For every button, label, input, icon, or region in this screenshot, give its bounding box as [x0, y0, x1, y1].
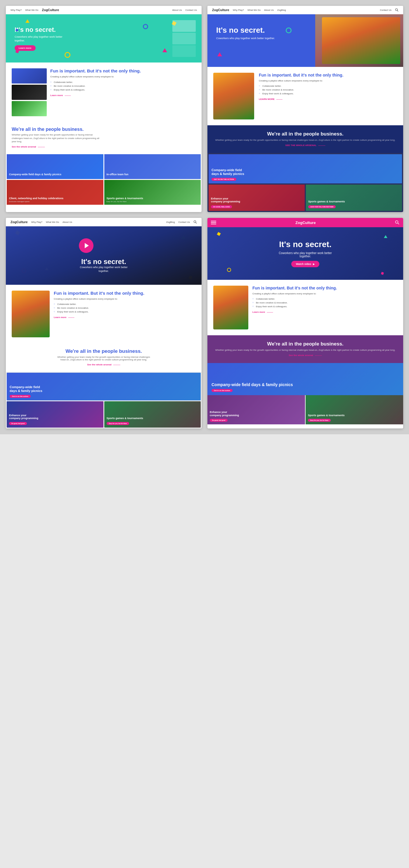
card-tag-sports-4: Easy for you, fun for them — [308, 419, 331, 422]
card-title-sports-4: Sports games & tournaments — [308, 414, 345, 417]
fun-img-4 — [213, 286, 248, 330]
cards-grid-1: Company-wide field days & family picnics… — [6, 153, 202, 206]
nav2-whyplay[interactable]: Why Play? — [233, 9, 244, 11]
watch-btn-4[interactable]: Watch video — [291, 261, 320, 267]
card-sub-sports-1: Easy for you, fun for them — [107, 200, 199, 203]
card-client-1[interactable]: Client, networking and holiday celebrati… — [7, 180, 104, 205]
see-arsenal-4[interactable]: See the whole arsenal — [289, 354, 322, 356]
card-field-days-1[interactable]: Company-wide field days & family picnics — [7, 154, 104, 179]
nav-item-whatwedo[interactable]: What We Do — [25, 9, 38, 11]
card-field-3[interactable]: Company-wide fielddays & family picnics … — [7, 373, 201, 400]
fun-content-1: Fun is important. But it's not the only … — [50, 68, 196, 116]
mockup-4: ZogCulture It's no secret. Coworkers who… — [207, 218, 403, 429]
people-body-1: Whether getting your team ready for the … — [12, 133, 99, 143]
nav2-contact[interactable]: Contact Us — [380, 9, 391, 11]
hero-3: It's no secret. Coworkers who play toget… — [6, 226, 202, 285]
hamburger-menu[interactable] — [211, 221, 216, 224]
nav3-whyplay[interactable]: Why Play? — [31, 221, 42, 223]
search-icon-3[interactable] — [194, 220, 197, 224]
people-body-3: Whether getting your team ready for the … — [57, 356, 150, 361]
fun-section-1: Fun is important. But it's not the only … — [6, 62, 202, 122]
hero-cta-1[interactable]: Learn more — [14, 45, 36, 51]
card-sports-3[interactable]: Sports games & tournaments Easy for you,… — [104, 401, 201, 428]
conf-2-2 — [217, 52, 222, 56]
card-enhance-4[interactable]: Enhance yourcompany programming Do good,… — [207, 395, 305, 424]
card-sports-2[interactable]: Sports games & tournaments EASY FOR YOU,… — [306, 185, 402, 211]
card-title-field-2: Company-wide fielddays & family picnics — [211, 168, 244, 176]
card-title-office: In-office team fun — [107, 173, 199, 176]
play-button-3[interactable] — [79, 238, 93, 253]
card-tag-field-3: Get in on the action — [10, 395, 31, 398]
card-sports-1[interactable]: Sports games & tournaments Easy for you,… — [104, 180, 201, 205]
card-tag-enhance-4: Do good, feel good — [210, 419, 228, 422]
hamburger-line-3 — [211, 224, 216, 224]
see-arsenal-2[interactable]: SEE THE WHOLE ARSENAL — [286, 144, 325, 147]
card-tag-field-4: Get in on the action — [211, 389, 233, 392]
cards-grid-2: Company-wide fielddays & family picnics … — [207, 153, 403, 212]
nav-bar-2: ZogCulture Why Play? What We Do About Us… — [207, 6, 403, 14]
hero-subtext-1: Coworkers who play together work better … — [14, 35, 73, 42]
card-field-4[interactable]: Company-wide field days & family picnics… — [207, 363, 403, 395]
nav3-about[interactable]: About Us — [62, 221, 72, 223]
fun-headline-3: Fun is important. But it's not the only … — [54, 290, 196, 296]
card-field-2[interactable]: Company-wide fielddays & family picnics … — [209, 154, 402, 183]
nav2-about[interactable]: About Us — [264, 9, 274, 11]
card-title-sports-1: Sports games & tournaments — [107, 197, 199, 200]
svg-point-0 — [396, 9, 398, 11]
fun-photo-4 — [213, 286, 248, 330]
learn-more-1[interactable]: Learn more — [50, 94, 196, 97]
fun-item-4-2: Be more creative & innovative. — [253, 301, 397, 305]
search-icon-4[interactable] — [395, 220, 400, 225]
svg-line-3 — [196, 222, 197, 224]
fun-item-3-3: Enjoy their work & colleagues. — [54, 310, 196, 314]
card-office-1[interactable]: In-office team fun — [104, 154, 201, 179]
nav-bar-3: ZogCulture Why Play? What We Do About Us… — [6, 218, 202, 226]
learn-more-2[interactable]: LEARN MORE — [259, 98, 397, 100]
nav-item-contact[interactable]: Contact Us — [185, 9, 197, 11]
hero-headline-1: It's no secret. — [14, 26, 85, 33]
svg-point-2 — [194, 221, 196, 223]
card-title-field-3: Company-wide fielddays & family picnics — [10, 385, 42, 393]
fun-list-item-1: Collaborate better. — [50, 80, 196, 84]
fun-content-4: Fun is important. But it's not the only … — [253, 286, 397, 330]
nav-item-whyplay[interactable]: Why Play? — [10, 9, 22, 11]
fun-list-2: Collaborate better. Be more creative & i… — [259, 84, 397, 95]
fun-headline-1: Fun is important. But it's not the only … — [50, 68, 196, 73]
cards-grid-3: Company-wide fielddays & family picnics … — [6, 372, 202, 429]
card-title-client: Client, networking and holiday celebrati… — [9, 197, 101, 200]
people-headline-2: We're all in the people business. — [213, 131, 397, 137]
hero-img-area — [322, 17, 400, 64]
hero-4: It's no secret. Coworkers who play toget… — [207, 227, 403, 280]
learn-more-3[interactable]: Learn more — [54, 316, 196, 319]
nav2-blog[interactable]: ZogBlog — [277, 9, 286, 11]
logo-3: ZogCulture — [10, 220, 28, 224]
nav3-blog[interactable]: ZogBlog — [166, 221, 175, 223]
svg-point-4 — [395, 221, 398, 223]
conf-shape-8 — [64, 52, 70, 58]
logo-4: ZogCulture — [295, 220, 316, 225]
nav3-whatwedo[interactable]: What We Do — [46, 221, 59, 223]
fun-list-item-2: Be more creative & innovative. — [50, 84, 196, 88]
learn-more-4[interactable]: Learn more — [253, 311, 397, 313]
people-body-2: Whether getting your team ready for the … — [213, 138, 397, 142]
conf-4-1 — [217, 232, 221, 236]
card-title-enhance-2: Enhance yourcompany programming — [211, 197, 240, 204]
card-enhance-3[interactable]: Enhance yourcompany programming Do good,… — [7, 401, 104, 428]
nav2-whatwedo[interactable]: What We Do — [247, 9, 261, 11]
fun-headline-2: Fun is important. But it's not the only … — [259, 73, 397, 78]
mockup-2: ZogCulture Why Play? What We Do About Us… — [207, 6, 403, 212]
fun-list-1: Collaborate better. Be more creative & i… — [50, 80, 196, 92]
see-arsenal-1[interactable]: See the whole arsenal — [12, 146, 45, 148]
card-title-sports-3: Sports games & tournaments — [107, 417, 143, 420]
see-arsenal-3[interactable]: See the whole arsenal — [87, 363, 120, 366]
fun-img-container-2 — [213, 73, 254, 120]
conf-4-4 — [381, 272, 384, 275]
fun-item-4-1: Collaborate better. — [253, 297, 397, 301]
nav3-contact[interactable]: Contact Us — [178, 221, 190, 223]
card-enhance-2[interactable]: Enhance yourcompany programming DO GOOD,… — [209, 185, 305, 211]
search-icon-2[interactable] — [395, 8, 399, 12]
fun-img-2 — [12, 85, 47, 100]
fun-body-2: Creating a playful office culture empowe… — [259, 79, 397, 82]
card-sports-4[interactable]: Sports games & tournaments Easy for you,… — [305, 395, 403, 424]
nav-item-aboutus[interactable]: About Us — [172, 9, 182, 11]
